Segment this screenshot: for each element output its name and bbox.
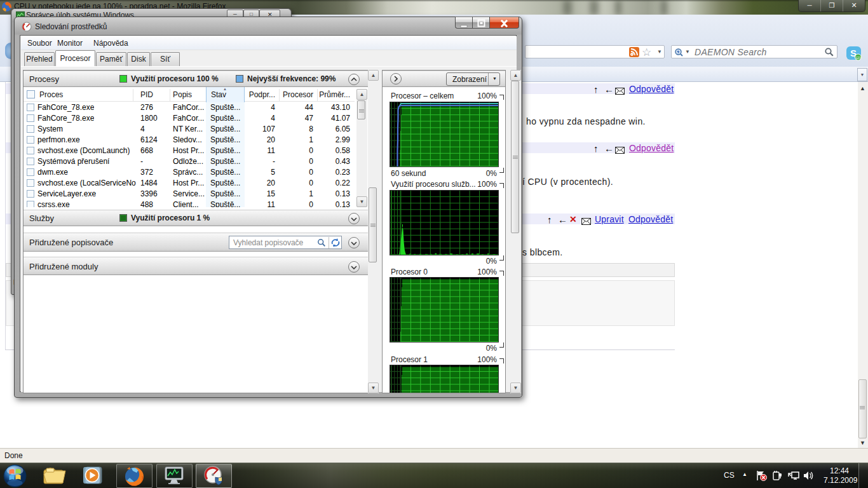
svg-text:123: 123 [855,56,861,60]
